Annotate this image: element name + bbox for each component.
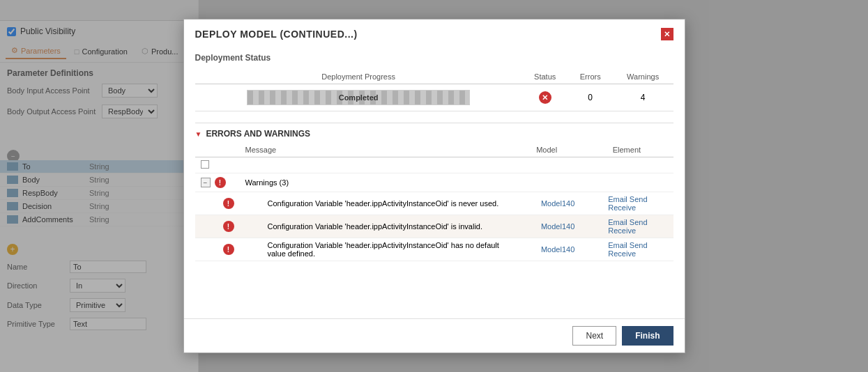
warning-element-0: Email Send Receive — [580, 192, 673, 215]
select-all-checkbox[interactable] — [201, 160, 209, 169]
warning-model-1: Model140 — [513, 215, 580, 238]
progress-row: Completed ✕ 0 4 — [195, 84, 673, 111]
progress-bar-container: Completed — [247, 90, 470, 105]
warning-element-1: Email Send Receive — [580, 215, 673, 238]
warning-message-1: Configuration Variable 'header.ippActivi… — [240, 215, 513, 238]
warning-group-toggle-cell: − ! — [195, 173, 240, 192]
warning-message-2: Configuration Variable 'header.ippActivi… — [240, 238, 513, 261]
warning-model-2: Model140 — [513, 238, 580, 261]
modal-header: DEPLOY MODEL (CONTINUED...) ✕ — [184, 20, 685, 46]
warning-group-label: Warnings (3) — [240, 173, 673, 192]
warning-detail-row-0: ! Configuration Variable 'header.ippActi… — [195, 192, 673, 215]
empty-col-header — [195, 143, 240, 157]
finish-button[interactable]: Finish — [622, 326, 673, 346]
element-link-2[interactable]: Email Send Receive — [608, 241, 647, 258]
progress-col-header: Deployment Progress — [195, 70, 522, 84]
errors-section: ▼ ERRORS AND WARNINGS Message Model Elem… — [195, 123, 673, 261]
warning-detail-icon-cell-0: ! — [195, 192, 240, 215]
model-col-header: Model — [513, 143, 580, 157]
progress-table: Deployment Progress Status Errors Warnin… — [195, 70, 673, 111]
warning-group-toggle[interactable]: − ! — [201, 177, 234, 188]
element-col-header: Element — [580, 143, 673, 157]
warning-element-2: Email Send Receive — [580, 238, 673, 261]
warnings-cell: 4 — [613, 84, 673, 111]
status-col-header: Status — [522, 70, 568, 84]
model-link-2[interactable]: Model140 — [541, 245, 574, 254]
errors-header[interactable]: ▼ ERRORS AND WARNINGS — [195, 123, 673, 143]
warning-small-icon-2: ! — [223, 244, 234, 255]
message-col-header: Message — [240, 143, 513, 157]
warnings-col-header: Warnings — [613, 70, 673, 84]
warning-detail-icon-cell-2: ! — [195, 238, 240, 261]
modal-body: Deployment Status Deployment Progress St… — [184, 46, 685, 268]
warning-message-0: Configuration Variable 'header.ippActivi… — [240, 192, 513, 215]
errors-arrow-icon: ▼ — [195, 130, 202, 138]
model-link-1[interactable]: Model140 — [541, 222, 574, 231]
collapse-button[interactable]: − — [201, 178, 211, 187]
modal-close-button[interactable]: ✕ — [661, 28, 673, 40]
status-cell: ✕ — [522, 84, 568, 111]
warning-model-0: Model140 — [513, 192, 580, 215]
status-error-icon: ✕ — [539, 91, 551, 104]
warning-small-icon-0: ! — [223, 198, 234, 209]
errors-title: ERRORS AND WARNINGS — [206, 129, 310, 139]
model-link-0[interactable]: Model140 — [541, 199, 574, 208]
warning-detail-row-1: ! Configuration Variable 'header.ippActi… — [195, 215, 673, 238]
modal-overlay: DEPLOY MODEL (CONTINUED...) ✕ Deployment… — [0, 0, 868, 372]
element-link-0[interactable]: Email Send Receive — [608, 195, 647, 212]
modal-footer: Next Finish — [184, 318, 685, 352]
progress-bar-text: Completed — [248, 93, 469, 102]
progress-bar-cell: Completed — [195, 84, 522, 111]
deployment-status-label: Deployment Status — [195, 53, 673, 63]
warning-detail-icon-cell-1: ! — [195, 215, 240, 238]
warning-icon: ! — [215, 177, 226, 188]
modal-title: DEPLOY MODEL (CONTINUED...) — [195, 29, 358, 40]
errors-table: Message Model Element — [195, 143, 673, 261]
warning-small-icon-1: ! — [223, 221, 234, 232]
deploy-modal: DEPLOY MODEL (CONTINUED...) ✕ Deployment… — [183, 19, 685, 353]
warning-detail-row-2: ! Configuration Variable 'header.ippActi… — [195, 238, 673, 261]
element-link-1[interactable]: Email Send Receive — [608, 218, 647, 235]
warning-group-row: − ! Warnings (3) — [195, 173, 673, 192]
errors-cell: 0 — [568, 84, 613, 111]
errors-col-header: Errors — [568, 70, 613, 84]
next-button[interactable]: Next — [572, 326, 616, 346]
checkbox-row — [195, 157, 673, 173]
